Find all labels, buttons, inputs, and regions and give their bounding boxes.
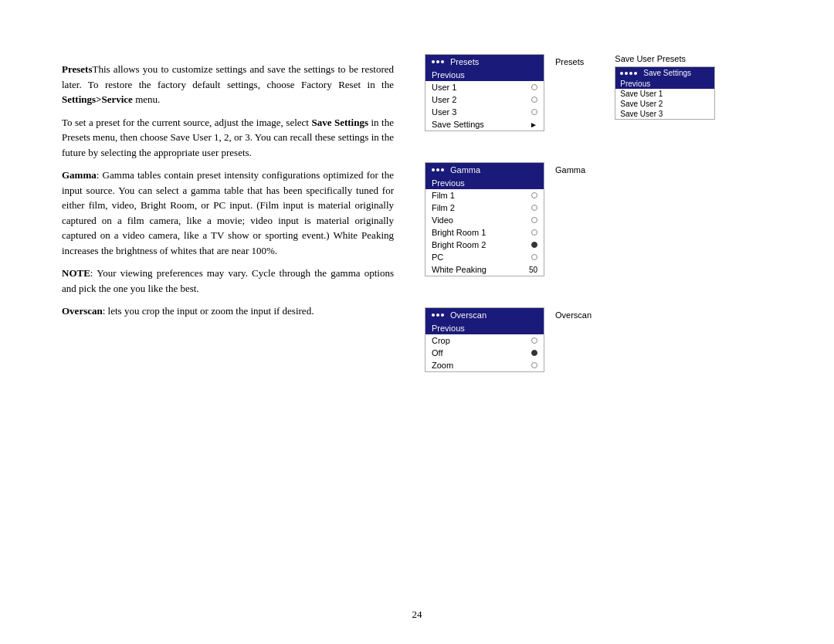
gamma-menu-box: Gamma Previous Film 1 Film 2 Video <box>425 162 544 276</box>
gamma-menu: Gamma Previous Film 1 Film 2 Video <box>425 162 544 276</box>
presets-user2-radio <box>531 97 537 103</box>
settings-service-bold: Settings>Service <box>62 93 133 105</box>
presets-title: Presets <box>450 57 479 66</box>
gamma-section: Gamma Previous Film 1 Film 2 Video <box>425 162 788 276</box>
save-settings-arrow: ► <box>530 120 537 129</box>
gamma-previous[interactable]: Previous <box>425 177 544 189</box>
presets-menu-box: Presets Previous User 1 User 2 User 3 <box>425 54 544 131</box>
gamma-pc[interactable]: PC <box>425 251 544 263</box>
presets-previous[interactable]: Previous <box>425 69 544 81</box>
overscan-title-bar: Overscan <box>425 308 544 322</box>
menus-column: Presets Previous User 1 User 2 User 3 <box>425 46 788 613</box>
page-number: 24 <box>412 608 422 621</box>
overscan-previous[interactable]: Previous <box>425 322 544 334</box>
gamma-video[interactable]: Video <box>425 214 544 226</box>
white-peaking-value: 50 <box>529 266 537 274</box>
save-settings-bold: Save Settings <box>311 117 368 128</box>
gamma-bright1-radio <box>531 229 537 236</box>
gamma-label: Gamma <box>555 165 585 175</box>
save-dots <box>620 72 637 75</box>
gamma-pc-radio <box>531 254 537 260</box>
gamma-film1[interactable]: Film 1 <box>425 189 544 202</box>
gamma-film1-radio <box>531 192 537 198</box>
save-user3[interactable]: Save User 3 <box>615 109 714 119</box>
save-presets-area: Save User Presets Save Settings Previous <box>615 54 715 120</box>
presets-dots <box>432 60 444 63</box>
overscan-crop-radio <box>531 337 537 344</box>
presets-section: Presets Previous User 1 User 2 User 3 <box>425 54 788 131</box>
save-previous[interactable]: Previous <box>615 79 714 89</box>
gamma-bright2[interactable]: Bright Room 2 <box>425 239 544 251</box>
presets-user1[interactable]: User 1 <box>425 81 544 93</box>
gamma-heading: Gamma <box>62 169 97 181</box>
presets-save-settings[interactable]: Save Settings ► <box>425 118 544 130</box>
save-user2[interactable]: Save User 2 <box>615 99 714 109</box>
save-user-presets-label: Save User Presets <box>615 54 686 63</box>
presets-user3-radio <box>531 109 537 115</box>
presets-heading: Presets <box>62 63 92 75</box>
overscan-zoom-radio <box>531 362 537 368</box>
overscan-off-radio <box>531 350 537 356</box>
gamma-dots <box>432 168 444 171</box>
gamma-title: Gamma <box>450 165 480 175</box>
overscan-title: Overscan <box>450 310 486 320</box>
presets-user1-radio <box>531 84 537 90</box>
save-settings-title: Save Settings <box>643 69 691 77</box>
overscan-zoom[interactable]: Zoom <box>425 359 544 371</box>
presets-paragraph: PresetsThis allows you to customize sett… <box>62 62 394 319</box>
gamma-video-radio <box>531 217 537 223</box>
gamma-bright1[interactable]: Bright Room 1 <box>425 226 544 239</box>
presets-menu: Presets Previous User 1 User 2 User 3 <box>425 54 544 131</box>
gamma-white-peaking[interactable]: White Peaking 50 <box>425 263 544 276</box>
overscan-menu: Overscan Previous Crop Off Zoom <box>425 307 544 372</box>
overscan-heading: Overscan <box>62 305 103 317</box>
overscan-off[interactable]: Off <box>425 347 544 359</box>
presets-title-bar: Presets <box>425 55 544 69</box>
save-settings-title-bar: Save Settings <box>615 67 714 79</box>
overscan-crop[interactable]: Crop <box>425 334 544 347</box>
note-heading: NOTE <box>62 267 90 279</box>
gamma-bright2-radio <box>531 242 537 248</box>
overscan-menu-box: Overscan Previous Crop Off Zoom <box>425 307 544 372</box>
presets-user3[interactable]: User 3 <box>425 106 544 118</box>
presets-label: Presets <box>555 57 584 66</box>
gamma-film2-radio <box>531 205 537 211</box>
text-column: PresetsThis allows you to customize sett… <box>62 46 394 613</box>
presets-user2[interactable]: User 2 <box>425 93 544 106</box>
gamma-title-bar: Gamma <box>425 163 544 177</box>
overscan-label: Overscan <box>555 310 592 320</box>
overscan-section: Overscan Previous Crop Off Zoom <box>425 307 788 372</box>
save-user1[interactable]: Save User 1 <box>615 89 714 99</box>
save-settings-submenu: Save Settings Previous Save User 1 Save … <box>615 66 715 120</box>
gamma-film2[interactable]: Film 2 <box>425 202 544 214</box>
overscan-dots <box>432 314 444 317</box>
